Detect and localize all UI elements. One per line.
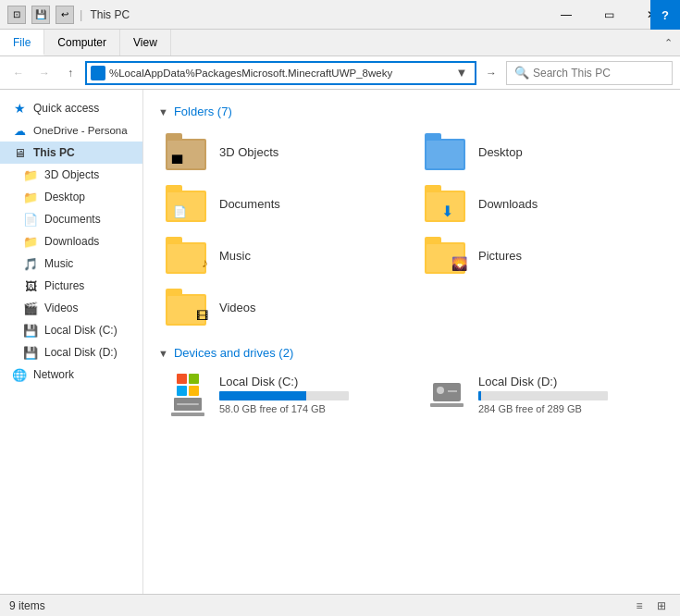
- folder-name-downloads: Downloads: [478, 197, 538, 211]
- minimize-button[interactable]: —: [545, 0, 587, 30]
- view-toggle-icons[interactable]: ≡ ⊞: [630, 597, 671, 615]
- onedrive-icon: ☁: [11, 122, 28, 139]
- folder-pictures-icon: 🖼: [22, 277, 39, 294]
- folders-chevron[interactable]: ▼: [158, 106, 168, 117]
- folder-docs-icon: 📄: [22, 211, 39, 228]
- network-icon: 🌐: [11, 366, 28, 383]
- undo-icon: ↩: [56, 6, 74, 24]
- ribbon-tabs[interactable]: File Computer View ⌃: [0, 30, 680, 55]
- maximize-button[interactable]: ▭: [587, 0, 630, 30]
- sidebar-item-quick-access[interactable]: ★ Quick access: [0, 97, 142, 119]
- ribbon: File Computer View ⌃: [0, 30, 680, 56]
- folder-item-pictures[interactable]: 🌄 Pictures: [417, 231, 658, 279]
- sidebar-item-onedrive[interactable]: ☁ OneDrive - Persona: [0, 119, 142, 142]
- details-view-icon[interactable]: ⊞: [652, 597, 671, 615]
- disk-d-icon: 💾: [22, 344, 39, 361]
- drive-item-c[interactable]: Local Disk (C:) 58.0 GB free of 174 GB: [158, 369, 399, 420]
- folder-item-downloads[interactable]: ⬇ Downloads: [417, 179, 658, 228]
- sidebar-item-local-disk-d[interactable]: 💾 Local Disk (D:): [0, 341, 142, 363]
- sidebar-item-label: Quick access: [33, 102, 99, 115]
- drive-c-bar-fill: [219, 391, 306, 400]
- search-box[interactable]: 🔍: [506, 61, 673, 85]
- sidebar-item-local-disk-c[interactable]: 💾 Local Disk (C:): [0, 319, 142, 341]
- save-icon: 💾: [31, 6, 50, 24]
- drive-c-free: 58.0 GB free of 174 GB: [219, 403, 349, 414]
- folder-downloads-icon-lg: ⬇: [425, 185, 469, 222]
- folder-item-videos[interactable]: 🎞 Videos: [158, 283, 399, 331]
- drive-c-info: Local Disk (C:) 58.0 GB free of 174 GB: [219, 375, 349, 414]
- folder-desktop-icon-lg: [425, 133, 469, 170]
- sidebar-item-documents[interactable]: 📄 Documents: [0, 208, 142, 230]
- folder-name-pictures: Pictures: [478, 249, 522, 263]
- forward-button[interactable]: →: [33, 62, 56, 84]
- pc-icon: 🖥: [11, 144, 28, 161]
- address-input[interactable]: [109, 68, 452, 79]
- folder-music-icon-lg: ♪: [166, 237, 210, 274]
- sidebar-item-label: Documents: [44, 213, 101, 226]
- folder-item-documents[interactable]: 📄 Documents: [158, 179, 399, 228]
- go-button[interactable]: →: [480, 62, 502, 84]
- folder-name-3d-objects: 3D Objects: [219, 145, 278, 159]
- sidebar-item-desktop[interactable]: 📁 Desktop: [0, 186, 142, 208]
- folder-music-icon: 🎵: [22, 255, 39, 272]
- sidebar: ★ Quick access ☁ OneDrive - Persona 🖥 Th…: [0, 90, 143, 594]
- address-input-wrap[interactable]: ▼: [85, 61, 476, 85]
- drive-d-bar: [478, 391, 608, 400]
- ribbon-collapse-button[interactable]: ⌃: [664, 37, 673, 49]
- folder-3d-icon: 📁: [22, 166, 39, 183]
- sidebar-item-this-pc[interactable]: 🖥 This PC: [0, 142, 142, 164]
- address-dropdown-button[interactable]: ▼: [452, 66, 471, 80]
- folder-3d-icon-lg: ⯀: [166, 133, 210, 170]
- status-bar: 9 items ≡ ⊞: [0, 594, 680, 616]
- drive-c-name: Local Disk (C:): [219, 375, 349, 388]
- sidebar-item-label: 3D Objects: [44, 168, 99, 181]
- title-bar-app-icons: ⊡ 💾 ↩ |: [7, 6, 82, 24]
- folders-section-title: Folders (7): [174, 105, 232, 118]
- tab-file[interactable]: File: [0, 30, 44, 55]
- folder-item-music[interactable]: ♪ Music: [158, 231, 399, 279]
- disk-c-icon: 💾: [22, 322, 39, 339]
- list-view-icon[interactable]: ≡: [630, 597, 649, 615]
- sidebar-item-label: Pictures: [44, 279, 84, 292]
- sidebar-item-downloads[interactable]: 📁 Downloads: [0, 230, 142, 253]
- folder-item-3d-objects[interactable]: ⯀ 3D Objects: [158, 128, 399, 176]
- tab-view[interactable]: View: [120, 30, 171, 55]
- sidebar-item-network[interactable]: 🌐 Network: [0, 363, 142, 386]
- sidebar-item-pictures[interactable]: 🖼 Pictures: [0, 275, 142, 297]
- search-input[interactable]: [533, 67, 653, 80]
- folder-videos-icon: 🎬: [22, 300, 39, 316]
- folder-item-desktop[interactable]: Desktop: [417, 128, 658, 176]
- drive-d-icon: [425, 376, 469, 413]
- sidebar-item-music[interactable]: 🎵 Music: [0, 253, 142, 275]
- folder-pictures-icon-lg: 🌄: [425, 237, 469, 274]
- search-icon: 🔍: [514, 66, 529, 80]
- folder-downloads-icon: 📁: [22, 233, 39, 250]
- drive-d-info: Local Disk (D:) 284 GB free of 289 GB: [478, 375, 608, 414]
- main-layout: ★ Quick access ☁ OneDrive - Persona 🖥 Th…: [0, 90, 680, 594]
- sidebar-item-label: OneDrive - Persona: [33, 125, 128, 136]
- folder-name-videos: Videos: [219, 301, 256, 314]
- folders-section-header[interactable]: ▼ Folders (7): [158, 105, 665, 118]
- drives-section-header[interactable]: ▼ Devices and drives (2): [158, 346, 665, 360]
- help-button[interactable]: ?: [650, 0, 680, 30]
- up-button[interactable]: ↑: [59, 62, 81, 84]
- sidebar-item-label: Videos: [44, 302, 78, 314]
- sidebar-item-3d-objects[interactable]: 📁 3D Objects: [0, 164, 142, 186]
- drive-c-bar: [219, 391, 349, 400]
- sidebar-item-label: Local Disk (D:): [44, 346, 117, 359]
- title-bar-title: This PC: [90, 8, 130, 21]
- folder-docs-icon-lg: 📄: [166, 185, 210, 222]
- sidebar-item-videos[interactable]: 🎬 Videos: [0, 297, 142, 319]
- quick-access-icon: ★: [11, 100, 28, 117]
- drives-section-title: Devices and drives (2): [174, 346, 293, 360]
- folder-name-music: Music: [219, 249, 251, 263]
- sidebar-item-label: Desktop: [44, 191, 85, 203]
- drives-chevron[interactable]: ▼: [158, 348, 168, 359]
- back-button[interactable]: ←: [7, 62, 30, 84]
- drive-item-d[interactable]: Local Disk (D:) 284 GB free of 289 GB: [417, 369, 658, 420]
- tab-computer[interactable]: Computer: [44, 30, 120, 55]
- item-count: 9 items: [9, 599, 45, 612]
- address-bar: ← → ↑ ▼ → 🔍: [0, 56, 680, 90]
- folder-name-desktop: Desktop: [478, 145, 523, 159]
- sidebar-item-label: Network: [33, 368, 74, 381]
